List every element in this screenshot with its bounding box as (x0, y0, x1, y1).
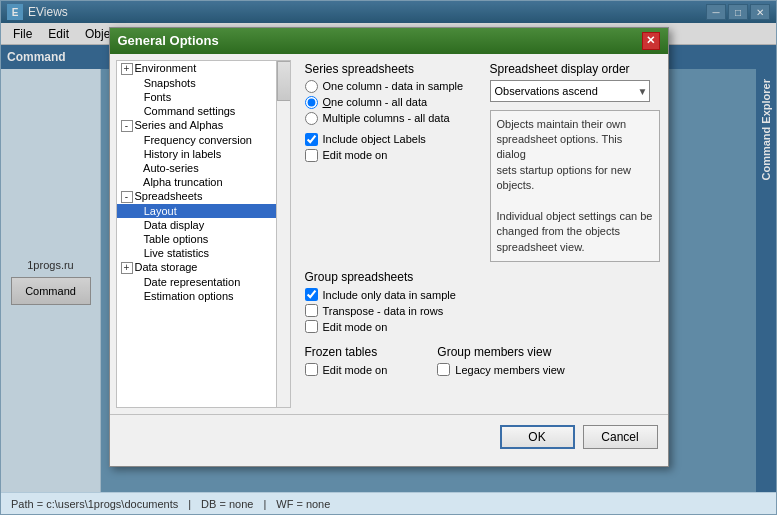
group-members-view-title: Group members view (437, 345, 564, 359)
tree-item-environment[interactable]: +Environment (117, 61, 276, 76)
status-path: Path = c:\users\1progs\documents (11, 498, 178, 510)
ok-button[interactable]: OK (500, 425, 575, 449)
tree-item-spreadsheets[interactable]: -Spreadsheets (117, 189, 276, 204)
tree-item-auto-series[interactable]: Auto-series (117, 161, 276, 175)
cancel-button[interactable]: Cancel (583, 425, 658, 449)
radio-multi-col[interactable]: Multiple columns - all data (305, 112, 480, 125)
tree-item-freq-conv[interactable]: Frequency conversion (117, 133, 276, 147)
grp-transpose-label: Transpose - data in rows (323, 305, 444, 317)
dialog-footer: OK Cancel (110, 414, 668, 460)
group-checkbox-group: Include only data in sample Transpose - … (305, 288, 660, 333)
tree-item-alpha-trunc[interactable]: Alpha truncation (117, 175, 276, 189)
grp-data-sample-input[interactable] (305, 288, 318, 301)
tree-item-data-display[interactable]: Data display (117, 218, 276, 232)
legacy-members-input[interactable] (437, 363, 450, 376)
tree-item-data-storage[interactable]: +Data storage (117, 260, 276, 275)
checkbox-include-labels[interactable]: Include object Labels (305, 133, 480, 146)
legacy-members-label: Legacy members view (455, 364, 564, 376)
tree-item-layout[interactable]: Layout (117, 204, 276, 218)
grp-transpose-input[interactable] (305, 304, 318, 317)
checkbox-grp-transpose[interactable]: Transpose - data in rows (305, 304, 660, 317)
info-text: Objects maintain their ownspreadsheet op… (490, 110, 660, 263)
bottom-row: Frozen tables Edit mode on Group members… (305, 341, 660, 376)
display-order-select[interactable]: Observations ascend Observations descend (490, 80, 650, 102)
spreadsheet-display-order-section: Spreadsheet display order Observations a… (490, 62, 660, 263)
series-spreadsheets-section: Series spreadsheets One column - data in… (305, 62, 480, 263)
tree-scrollbar[interactable] (276, 61, 290, 407)
dialog-title: General Options (118, 33, 642, 48)
checkbox-legacy-members[interactable]: Legacy members view (437, 363, 564, 376)
tree-item-series-alphas[interactable]: -Series and Alphas (117, 118, 276, 133)
include-labels-input[interactable] (305, 133, 318, 146)
tree-scroll-thumb[interactable] (277, 61, 291, 101)
frz-edit-mode-input[interactable] (305, 363, 318, 376)
dialog-body: +Environment Snapshots Fonts Com (110, 54, 668, 414)
expand-icon-data-storage[interactable]: + (121, 262, 133, 274)
dialog-general-options: General Options ✕ +Environment Snapshots (109, 27, 669, 467)
series-spreadsheets-title: Series spreadsheets (305, 62, 480, 76)
info-line-1: Objects maintain their ownspreadsheet op… (497, 118, 653, 253)
group-members-view-section: Group members view Legacy members view (437, 345, 564, 376)
include-labels-label: Include object Labels (323, 133, 426, 145)
radio-one-col-all-label: One column - all data (323, 96, 428, 108)
top-row: Series spreadsheets One column - data in… (305, 62, 660, 263)
series-radio-group: One column - data in sample One column -… (305, 80, 480, 125)
checkbox-frz-edit-mode[interactable]: Edit mode on (305, 363, 388, 376)
checkbox-edit-mode[interactable]: Edit mode on (305, 149, 480, 162)
checkbox-grp-edit-mode[interactable]: Edit mode on (305, 320, 660, 333)
status-wf: WF = none (276, 498, 330, 510)
series-checkbox-group: Include object Labels Edit mode on (305, 133, 480, 162)
tree-item-snapshots[interactable]: Snapshots (117, 76, 276, 90)
checkbox-grp-data-sample[interactable]: Include only data in sample (305, 288, 660, 301)
main-window: E EViews ─ □ ✕ File Edit Object View Pro… (0, 0, 777, 515)
radio-multi-col-input[interactable] (305, 112, 318, 125)
tree-item-hist-labels[interactable]: History in labels (117, 147, 276, 161)
display-order-title: Spreadsheet display order (490, 62, 660, 76)
grp-data-sample-label: Include only data in sample (323, 289, 456, 301)
status-bar: Path = c:\users\1progs\documents | DB = … (1, 492, 776, 514)
group-spreadsheets-section: Group spreadsheets Include only data in … (305, 270, 660, 333)
radio-one-col-all[interactable]: One column - all data (305, 96, 480, 109)
edit-mode-label: Edit mode on (323, 149, 388, 161)
tree-item-fonts[interactable]: Fonts (117, 90, 276, 104)
modal-overlay: General Options ✕ +Environment Snapshots (1, 1, 776, 492)
radio-one-col-all-input[interactable] (305, 96, 318, 109)
radio-multi-col-label: Multiple columns - all data (323, 112, 450, 124)
expand-icon-spreadsheets[interactable]: - (121, 191, 133, 203)
tree-item-live-stats[interactable]: Live statistics (117, 246, 276, 260)
tree-item-table-options[interactable]: Table options (117, 232, 276, 246)
frz-edit-mode-label: Edit mode on (323, 364, 388, 376)
grp-edit-mode-input[interactable] (305, 320, 318, 333)
status-db: DB = none (201, 498, 253, 510)
content-panel: Series spreadsheets One column - data in… (297, 54, 668, 414)
expand-icon-env[interactable]: + (121, 63, 133, 75)
frozen-tables-section: Frozen tables Edit mode on (305, 345, 388, 376)
tree-item-date-rep[interactable]: Date representation (117, 275, 276, 289)
dialog-title-bar: General Options ✕ (110, 28, 668, 54)
tree-item-cmd-settings[interactable]: Command settings (117, 104, 276, 118)
display-order-dropdown-wrapper: Observations ascend Observations descend… (490, 80, 650, 102)
radio-one-col-sample-label: One column - data in sample (323, 80, 464, 92)
group-spreadsheets-title: Group spreadsheets (305, 270, 660, 284)
tree-panel: +Environment Snapshots Fonts Com (116, 60, 291, 408)
expand-icon-series[interactable]: - (121, 120, 133, 132)
tree-item-est-options[interactable]: Estimation options (117, 289, 276, 303)
frozen-tables-title: Frozen tables (305, 345, 388, 359)
radio-one-col-sample-input[interactable] (305, 80, 318, 93)
edit-mode-input[interactable] (305, 149, 318, 162)
radio-one-col-sample[interactable]: One column - data in sample (305, 80, 480, 93)
dialog-close-button[interactable]: ✕ (642, 32, 660, 50)
grp-edit-mode-label: Edit mode on (323, 321, 388, 333)
